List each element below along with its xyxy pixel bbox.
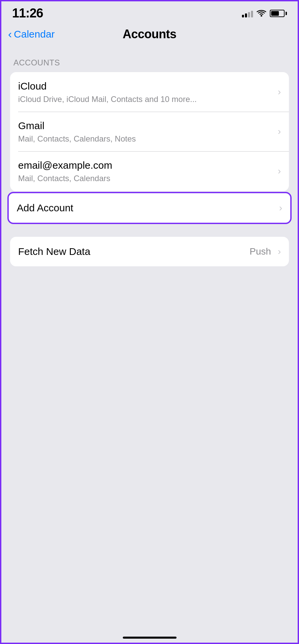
status-time: 11:26 bbox=[12, 6, 43, 20]
add-account-item[interactable]: Add Account › bbox=[9, 193, 290, 223]
third-account-subtitle: Mail, Contacts, Calendars bbox=[18, 173, 274, 183]
icloud-account-title: iCloud bbox=[18, 79, 274, 93]
home-indicator bbox=[123, 637, 177, 639]
third-account-item[interactable]: email@example.com Mail, Contacts, Calend… bbox=[10, 151, 289, 191]
fetch-data-group: Fetch New Data Push › bbox=[10, 237, 289, 266]
add-account-content: Add Account bbox=[17, 201, 275, 214]
gmail-account-content: Gmail Mail, Contacts, Calendars, Notes bbox=[18, 119, 274, 144]
status-icons bbox=[242, 9, 287, 17]
accounts-section-label: ACCOUNTS bbox=[0, 58, 299, 72]
fetch-new-data-label: Fetch New Data bbox=[18, 245, 250, 258]
wifi-icon bbox=[256, 10, 266, 17]
page-title: Accounts bbox=[122, 27, 176, 41]
fetch-new-data-item[interactable]: Fetch New Data Push › bbox=[10, 237, 289, 266]
fetch-new-data-chevron-icon: › bbox=[278, 246, 281, 257]
back-chevron-icon: ‹ bbox=[8, 28, 12, 40]
gmail-account-title: Gmail bbox=[18, 119, 274, 132]
nav-bar: ‹ Calendar Accounts bbox=[0, 24, 299, 48]
gmail-chevron-icon: › bbox=[278, 126, 281, 137]
third-account-content: email@example.com Mail, Contacts, Calend… bbox=[18, 159, 274, 183]
signal-bars-icon bbox=[242, 9, 253, 17]
third-account-chevron-icon: › bbox=[278, 166, 281, 176]
icloud-account-item[interactable]: iCloud iCloud Drive, iCloud Mail, Contac… bbox=[10, 72, 289, 112]
add-account-chevron-icon: › bbox=[279, 203, 282, 213]
icloud-chevron-icon: › bbox=[278, 87, 281, 97]
back-label: Calendar bbox=[14, 29, 55, 40]
content: ACCOUNTS iCloud iCloud Drive, iCloud Mai… bbox=[0, 48, 299, 276]
icloud-account-content: iCloud iCloud Drive, iCloud Mail, Contac… bbox=[18, 79, 274, 104]
add-account-label: Add Account bbox=[17, 201, 275, 214]
third-account-title: email@example.com bbox=[18, 159, 274, 172]
fetch-new-data-value: Push bbox=[250, 246, 271, 257]
accounts-list: iCloud iCloud Drive, iCloud Mail, Contac… bbox=[10, 72, 289, 191]
add-account-group: Add Account › bbox=[7, 192, 292, 224]
svg-point-0 bbox=[261, 15, 262, 16]
battery-icon bbox=[270, 10, 287, 17]
gmail-account-item[interactable]: Gmail Mail, Contacts, Calendars, Notes › bbox=[10, 112, 289, 151]
fetch-new-data-content: Fetch New Data bbox=[18, 245, 250, 258]
icloud-account-subtitle: iCloud Drive, iCloud Mail, Contacts and … bbox=[18, 94, 274, 104]
gmail-account-subtitle: Mail, Contacts, Calendars, Notes bbox=[18, 133, 274, 144]
back-button[interactable]: ‹ Calendar bbox=[8, 29, 55, 40]
status-bar: 11:26 bbox=[0, 0, 299, 24]
